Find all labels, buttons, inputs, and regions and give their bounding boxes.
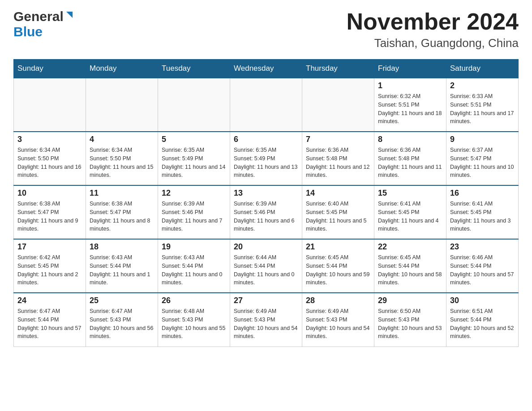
day-number: 14	[306, 188, 370, 198]
day-info: Sunrise: 6:45 AMSunset: 5:44 PMDaylight:…	[378, 253, 442, 287]
day-number: 23	[450, 242, 515, 252]
day-info: Sunrise: 6:34 AMSunset: 5:50 PMDaylight:…	[17, 146, 82, 180]
calendar-day-cell: 20Sunrise: 6:44 AMSunset: 5:44 PMDayligh…	[230, 239, 302, 293]
calendar-day-cell: 26Sunrise: 6:48 AMSunset: 5:43 PMDayligh…	[158, 293, 230, 347]
day-number: 18	[90, 242, 154, 252]
day-number: 5	[162, 135, 226, 144]
weekday-header-tuesday: Tuesday	[158, 60, 230, 78]
day-info: Sunrise: 6:43 AMSunset: 5:44 PMDaylight:…	[162, 253, 226, 287]
calendar-week-row: 3Sunrise: 6:34 AMSunset: 5:50 PMDaylight…	[14, 132, 519, 185]
day-number: 25	[90, 296, 154, 305]
weekday-header-sunday: Sunday	[14, 60, 86, 78]
calendar-day-cell: 27Sunrise: 6:49 AMSunset: 5:43 PMDayligh…	[230, 293, 302, 347]
day-info: Sunrise: 6:35 AMSunset: 5:49 PMDaylight:…	[234, 146, 298, 180]
day-info: Sunrise: 6:49 AMSunset: 5:43 PMDaylight:…	[306, 307, 370, 341]
calendar-day-cell	[86, 78, 158, 132]
day-info: Sunrise: 6:37 AMSunset: 5:47 PMDaylight:…	[450, 146, 515, 180]
day-info: Sunrise: 6:32 AMSunset: 5:51 PMDaylight:…	[378, 92, 442, 126]
day-info: Sunrise: 6:42 AMSunset: 5:45 PMDaylight:…	[17, 253, 82, 287]
day-number: 11	[90, 188, 154, 198]
calendar-day-cell: 29Sunrise: 6:50 AMSunset: 5:43 PMDayligh…	[374, 293, 446, 347]
day-info: Sunrise: 6:38 AMSunset: 5:47 PMDaylight:…	[90, 200, 154, 233]
day-number: 13	[234, 188, 298, 198]
day-number: 24	[17, 296, 82, 305]
svg-marker-0	[66, 12, 73, 18]
logo-arrow-icon	[64, 10, 74, 21]
day-number: 2	[450, 81, 515, 90]
day-info: Sunrise: 6:39 AMSunset: 5:46 PMDaylight:…	[234, 200, 298, 233]
day-number: 6	[234, 135, 298, 144]
calendar-day-cell: 11Sunrise: 6:38 AMSunset: 5:47 PMDayligh…	[86, 185, 158, 239]
calendar-day-cell: 24Sunrise: 6:47 AMSunset: 5:44 PMDayligh…	[14, 293, 86, 347]
day-info: Sunrise: 6:50 AMSunset: 5:43 PMDaylight:…	[378, 307, 442, 341]
calendar-day-cell: 28Sunrise: 6:49 AMSunset: 5:43 PMDayligh…	[302, 293, 374, 347]
weekday-header-wednesday: Wednesday	[230, 60, 302, 78]
calendar-day-cell: 19Sunrise: 6:43 AMSunset: 5:44 PMDayligh…	[158, 239, 230, 293]
calendar-day-cell: 30Sunrise: 6:51 AMSunset: 5:44 PMDayligh…	[446, 293, 519, 347]
day-info: Sunrise: 6:39 AMSunset: 5:46 PMDaylight:…	[162, 200, 226, 233]
day-info: Sunrise: 6:47 AMSunset: 5:44 PMDaylight:…	[17, 307, 82, 341]
day-info: Sunrise: 6:47 AMSunset: 5:43 PMDaylight:…	[90, 307, 154, 341]
calendar-subtitle: Taishan, Guangdong, China	[347, 36, 519, 50]
calendar-day-cell	[302, 78, 374, 132]
day-info: Sunrise: 6:45 AMSunset: 5:44 PMDaylight:…	[306, 253, 370, 287]
calendar-day-cell: 10Sunrise: 6:38 AMSunset: 5:47 PMDayligh…	[14, 185, 86, 239]
calendar-day-cell: 23Sunrise: 6:46 AMSunset: 5:44 PMDayligh…	[446, 239, 519, 293]
calendar-day-cell: 2Sunrise: 6:33 AMSunset: 5:51 PMDaylight…	[446, 78, 519, 132]
calendar-day-cell: 13Sunrise: 6:39 AMSunset: 5:46 PMDayligh…	[230, 185, 302, 239]
day-info: Sunrise: 6:34 AMSunset: 5:50 PMDaylight:…	[90, 146, 154, 180]
calendar-day-cell: 18Sunrise: 6:43 AMSunset: 5:44 PMDayligh…	[86, 239, 158, 293]
weekday-header-monday: Monday	[86, 60, 158, 78]
calendar-body: 1Sunrise: 6:32 AMSunset: 5:51 PMDaylight…	[14, 78, 519, 347]
logo: General Blue	[13, 9, 74, 39]
weekday-header-row: SundayMondayTuesdayWednesdayThursdayFrid…	[14, 60, 519, 78]
day-info: Sunrise: 6:41 AMSunset: 5:45 PMDaylight:…	[378, 200, 442, 233]
day-number: 30	[450, 296, 515, 305]
calendar-week-row: 24Sunrise: 6:47 AMSunset: 5:44 PMDayligh…	[14, 293, 519, 347]
weekday-header-thursday: Thursday	[302, 60, 374, 78]
logo-general-text: General	[13, 9, 64, 24]
day-info: Sunrise: 6:36 AMSunset: 5:48 PMDaylight:…	[306, 146, 370, 180]
calendar-title: November 2024	[347, 9, 519, 34]
calendar-day-cell: 16Sunrise: 6:41 AMSunset: 5:45 PMDayligh…	[446, 185, 519, 239]
calendar-day-cell	[14, 78, 86, 132]
calendar-week-row: 17Sunrise: 6:42 AMSunset: 5:45 PMDayligh…	[14, 239, 519, 293]
calendar-day-cell: 14Sunrise: 6:40 AMSunset: 5:45 PMDayligh…	[302, 185, 374, 239]
day-number: 7	[306, 135, 370, 144]
day-number: 12	[162, 188, 226, 198]
calendar-day-cell: 8Sunrise: 6:36 AMSunset: 5:48 PMDaylight…	[374, 132, 446, 185]
calendar-day-cell: 6Sunrise: 6:35 AMSunset: 5:49 PMDaylight…	[230, 132, 302, 185]
day-info: Sunrise: 6:46 AMSunset: 5:44 PMDaylight:…	[450, 253, 515, 287]
day-info: Sunrise: 6:40 AMSunset: 5:45 PMDaylight:…	[306, 200, 370, 233]
calendar-day-cell: 21Sunrise: 6:45 AMSunset: 5:44 PMDayligh…	[302, 239, 374, 293]
calendar-day-cell: 12Sunrise: 6:39 AMSunset: 5:46 PMDayligh…	[158, 185, 230, 239]
day-number: 9	[450, 135, 515, 144]
day-info: Sunrise: 6:38 AMSunset: 5:47 PMDaylight:…	[17, 200, 82, 233]
calendar-day-cell: 4Sunrise: 6:34 AMSunset: 5:50 PMDaylight…	[86, 132, 158, 185]
day-number: 10	[17, 188, 82, 198]
page-header: General Blue November 2024 Taishan, Guan…	[13, 9, 519, 50]
day-number: 21	[306, 242, 370, 252]
day-number: 20	[234, 242, 298, 252]
day-number: 28	[306, 296, 370, 305]
day-number: 26	[162, 296, 226, 305]
day-number: 29	[378, 296, 442, 305]
day-number: 16	[450, 188, 515, 198]
weekday-header-friday: Friday	[374, 60, 446, 78]
day-number: 19	[162, 242, 226, 252]
day-info: Sunrise: 6:33 AMSunset: 5:51 PMDaylight:…	[450, 92, 515, 126]
day-info: Sunrise: 6:44 AMSunset: 5:44 PMDaylight:…	[234, 253, 298, 287]
calendar-day-cell: 1Sunrise: 6:32 AMSunset: 5:51 PMDaylight…	[374, 78, 446, 132]
day-info: Sunrise: 6:36 AMSunset: 5:48 PMDaylight:…	[378, 146, 442, 180]
day-number: 8	[378, 135, 442, 144]
calendar-day-cell: 3Sunrise: 6:34 AMSunset: 5:50 PMDaylight…	[14, 132, 86, 185]
calendar-day-cell: 15Sunrise: 6:41 AMSunset: 5:45 PMDayligh…	[374, 185, 446, 239]
calendar-table: SundayMondayTuesdayWednesdayThursdayFrid…	[13, 59, 519, 347]
calendar-day-cell: 9Sunrise: 6:37 AMSunset: 5:47 PMDaylight…	[446, 132, 519, 185]
calendar-day-cell: 17Sunrise: 6:42 AMSunset: 5:45 PMDayligh…	[14, 239, 86, 293]
day-number: 22	[378, 242, 442, 252]
calendar-day-cell: 7Sunrise: 6:36 AMSunset: 5:48 PMDaylight…	[302, 132, 374, 185]
day-number: 15	[378, 188, 442, 198]
day-info: Sunrise: 6:49 AMSunset: 5:43 PMDaylight:…	[234, 307, 298, 341]
calendar-week-row: 1Sunrise: 6:32 AMSunset: 5:51 PMDaylight…	[14, 78, 519, 132]
